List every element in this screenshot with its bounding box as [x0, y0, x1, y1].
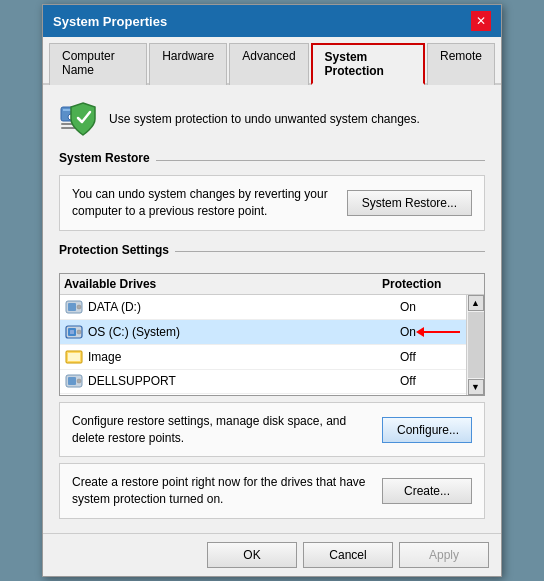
drives-table-header: Available Drives Protection [60, 274, 484, 295]
scrollbar[interactable]: ▲ ▼ [466, 295, 484, 395]
system-restore-divider: System Restore [59, 151, 485, 169]
svg-point-16 [77, 379, 81, 383]
image-icon [64, 348, 84, 366]
title-bar: System Properties ✕ [43, 5, 501, 37]
restore-description: You can undo system changes by reverting… [72, 186, 332, 220]
configure-button[interactable]: Configure... [382, 417, 472, 443]
tabs-container: Computer Name Hardware Advanced System P… [43, 37, 501, 85]
protection-column-header: Protection [382, 277, 462, 291]
hdd-icon [64, 298, 84, 316]
arrow-annotation [416, 327, 460, 337]
tab-computer-name[interactable]: Computer Name [49, 43, 147, 85]
tab-content: Use system protection to undo unwanted s… [43, 85, 501, 533]
scroll-up-button[interactable]: ▲ [468, 295, 484, 311]
bottom-bar: OK Cancel Apply [43, 533, 501, 576]
scroll-down-button[interactable]: ▼ [468, 379, 484, 395]
svg-rect-6 [68, 303, 76, 311]
system-restore-section: System Restore You can undo system chang… [59, 151, 485, 231]
protection-settings-title: Protection Settings [59, 243, 169, 257]
restore-content: You can undo system changes by reverting… [59, 175, 485, 231]
system-restore-title: System Restore [59, 151, 150, 165]
table-row[interactable]: OS (C:) (System) On [60, 320, 484, 345]
dellsupport-icon [64, 372, 84, 390]
drive-column-header: Available Drives [64, 277, 382, 291]
tab-remote[interactable]: Remote [427, 43, 495, 85]
cancel-button[interactable]: Cancel [303, 542, 393, 568]
svg-point-7 [77, 305, 81, 309]
configure-description: Configure restore settings, manage disk … [72, 413, 372, 447]
table-row[interactable]: DATA (D:) On [60, 295, 484, 320]
table-row[interactable]: Image Off [60, 345, 484, 370]
header-description: Use system protection to undo unwanted s… [109, 111, 420, 128]
system-properties-dialog: System Properties ✕ Computer Name Hardwa… [42, 4, 502, 577]
divider-line2 [175, 251, 485, 252]
svg-rect-11 [70, 330, 74, 334]
svg-point-10 [77, 330, 81, 334]
tab-advanced[interactable]: Advanced [229, 43, 308, 85]
shield-icon [59, 99, 99, 139]
svg-rect-15 [68, 377, 76, 385]
header-section: Use system protection to undo unwanted s… [59, 99, 485, 139]
tab-system-protection[interactable]: System Protection [311, 43, 425, 85]
svg-rect-13 [68, 353, 80, 361]
os-hdd-icon [64, 323, 84, 341]
create-section: Create a restore point right now for the… [59, 463, 485, 519]
apply-button[interactable]: Apply [399, 542, 489, 568]
scroll-track[interactable] [468, 312, 484, 378]
ok-button[interactable]: OK [207, 542, 297, 568]
create-button[interactable]: Create... [382, 478, 472, 504]
system-restore-button[interactable]: System Restore... [347, 190, 472, 216]
drives-table: Available Drives Protection [59, 273, 485, 396]
arrow-line [424, 331, 460, 333]
configure-section: Configure restore settings, manage disk … [59, 402, 485, 458]
drives-list: DATA (D:) On OS (C: [60, 295, 484, 395]
arrow-head-left [416, 327, 424, 337]
table-row[interactable]: DELLSUPPORT Off [60, 370, 484, 394]
divider-line [156, 160, 485, 161]
protection-settings-section: Protection Settings Available Drives Pro… [59, 243, 485, 519]
tab-hardware[interactable]: Hardware [149, 43, 227, 85]
close-button[interactable]: ✕ [471, 11, 491, 31]
window-title: System Properties [53, 14, 167, 29]
protection-settings-divider: Protection Settings [59, 243, 485, 261]
create-description: Create a restore point right now for the… [72, 474, 372, 508]
